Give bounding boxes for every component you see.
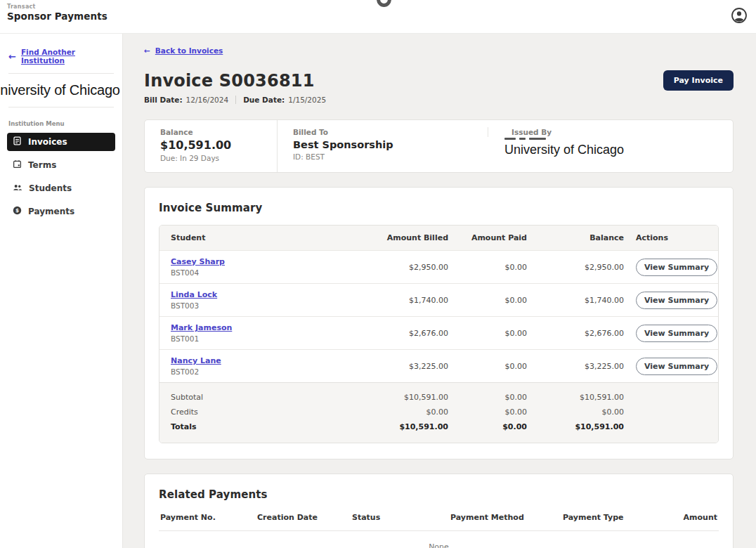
amount-billed: $3,225.00 [360, 362, 448, 371]
credits-label: Credits [171, 407, 360, 417]
col-student: Student [171, 233, 360, 242]
issued-by-overlay-patch: University of Chicago [481, 137, 726, 169]
invoice-summary-table: Student Amount Billed Amount Paid Balanc… [159, 225, 719, 443]
page-title: Invoice S0036811 [144, 71, 315, 91]
student-id: BST003 [171, 301, 360, 310]
view-summary-button[interactable]: View Summary [636, 292, 717, 309]
invoice-summary-heading: Invoice Summary [159, 202, 719, 214]
col-amount-paid: Amount Paid [448, 233, 527, 242]
table-row: Mark Jameson BST001 $2,676.00 $0.00 $2,6… [159, 316, 718, 349]
calendar-icon [13, 159, 22, 171]
main-panel: ← Back to Invoices Invoice S0036811 Pay … [123, 34, 756, 548]
amount-paid: $0.00 [448, 362, 527, 371]
sidebar-item-students[interactable]: Students [7, 179, 115, 197]
col-balance: Balance [527, 233, 624, 242]
subtotal-billed: $10,591.00 [360, 393, 448, 402]
subtotal-label: Subtotal [171, 393, 360, 402]
col-payment-type: Payment Type [563, 513, 661, 522]
view-summary-button[interactable]: View Summary [636, 325, 717, 342]
student-id: BST004 [171, 268, 360, 277]
amount-billed: $2,950.00 [360, 263, 448, 272]
brand-transact: Transact [7, 4, 107, 10]
table-row: Casey Sharp BST004 $2,950.00 $0.00 $2,95… [159, 250, 718, 283]
billed-to-label: Billed To [293, 128, 488, 136]
view-summary-button[interactable]: View Summary [636, 259, 717, 276]
col-amount-billed: Amount Billed [360, 233, 448, 242]
totals-section: Subtotal $10,591.00 $0.00 $10,591.00 Cre… [159, 382, 718, 443]
credits-balance: $0.00 [527, 407, 624, 417]
left-arrow-icon: ← [144, 46, 150, 55]
issued-by-label: Issued By [511, 128, 733, 136]
balance: $2,950.00 [527, 263, 624, 272]
balance: $1,740.00 [527, 296, 624, 305]
institution-menu-label: Institution Menu [8, 120, 114, 127]
sidebar: ← Find Another Institution University of… [0, 34, 123, 548]
sidebar-item-label: Terms [28, 160, 56, 170]
col-creation-date: Creation Date [257, 513, 352, 522]
student-link[interactable]: Casey Sharp [171, 257, 225, 266]
sidebar-divider [8, 73, 114, 74]
institution-name: University of Chicago [0, 82, 122, 98]
credits-billed: $0.00 [360, 407, 448, 417]
bill-date-value: 12/16/2024 [186, 96, 229, 104]
related-payments-heading: Related Payments [159, 488, 719, 501]
view-summary-button[interactable]: View Summary [636, 358, 717, 375]
amount-billed: $1,740.00 [360, 296, 448, 305]
institution-menu: Invoices Terms Students $ Payments [0, 133, 122, 221]
user-avatar-icon[interactable] [731, 7, 748, 24]
billed-to-name: Best Sponsorship [293, 139, 488, 150]
find-another-institution-link[interactable]: ← Find Another Institution [8, 48, 114, 65]
cropped-letter-fragment [377, 0, 391, 7]
dollar-circle-icon: $ [13, 206, 22, 217]
student-link[interactable]: Linda Lock [171, 290, 217, 299]
svg-text:$: $ [15, 207, 19, 214]
empty-state-text: None [159, 531, 719, 548]
subtotal-row: Subtotal $10,591.00 $0.00 $10,591.00 [171, 390, 707, 405]
sidebar-divider [8, 107, 114, 107]
obscured-text-fragment [504, 138, 726, 140]
due-date-label: Due Date: [243, 96, 285, 104]
sidebar-item-label: Payments [28, 207, 74, 216]
subtotal-paid: $0.00 [448, 393, 527, 402]
col-actions: Actions [624, 233, 707, 242]
sidebar-item-payments[interactable]: $ Payments [7, 202, 115, 221]
invoice-summary-card: Invoice Summary Student Amount Billed Am… [144, 187, 734, 459]
related-payments-header-row: Payment No. Creation Date Status Payment… [159, 513, 719, 531]
app-title: Sponsor Payments [7, 11, 107, 22]
amount-paid: $0.00 [448, 263, 527, 272]
pay-invoice-button[interactable]: Pay Invoice [663, 70, 734, 91]
table-row: Nancy Lane BST002 $3,225.00 $0.00 $3,225… [159, 349, 718, 382]
balance-label: Balance [160, 128, 277, 136]
sidebar-item-invoices[interactable]: Invoices [7, 133, 115, 151]
subtotal-balance: $10,591.00 [527, 393, 624, 402]
balance-card: Balance $10,591.00 Due: In 29 Days Bille… [144, 119, 734, 173]
related-payments-card: Related Payments Payment No. Creation Da… [144, 474, 734, 548]
credits-row: Credits $0.00 $0.00 $0.00 [171, 405, 707, 419]
totals-label: Totals [171, 422, 360, 431]
balance-amount: $10,591.00 [160, 138, 277, 152]
col-payment-method: Payment Method [450, 513, 563, 522]
table-row: Linda Lock BST003 $1,740.00 $0.00 $1,740… [159, 283, 718, 316]
billed-to-id: ID: BEST [293, 152, 488, 161]
issued-by-name: University of Chicago [504, 143, 726, 157]
student-id: BST001 [171, 334, 360, 343]
invoice-icon [13, 136, 22, 148]
brand: Transact Sponsor Payments [7, 4, 107, 22]
amount-billed: $2,676.00 [360, 329, 448, 338]
bill-date-label: Bill Date: [144, 96, 183, 104]
amount-paid: $0.00 [448, 329, 527, 338]
sidebar-item-label: Students [29, 183, 72, 193]
student-link[interactable]: Mark Jameson [171, 323, 232, 332]
student-id: BST002 [171, 367, 360, 376]
due-note: Due: In 29 Days [160, 154, 277, 162]
date-separator [235, 96, 236, 104]
back-to-invoices-link[interactable]: ← Back to Invoices [144, 46, 223, 55]
credits-paid: $0.00 [448, 407, 527, 417]
sidebar-item-terms[interactable]: Terms [7, 156, 115, 174]
col-amount: Amount [661, 513, 717, 522]
balance: $2,676.00 [527, 329, 624, 338]
table-header-row: Student Amount Billed Amount Paid Balanc… [159, 226, 718, 250]
invoice-dates: Bill Date: 12/16/2024 Due Date: 1/15/202… [144, 96, 734, 104]
student-link[interactable]: Nancy Lane [171, 356, 221, 365]
totals-billed: $10,591.00 [360, 422, 448, 431]
